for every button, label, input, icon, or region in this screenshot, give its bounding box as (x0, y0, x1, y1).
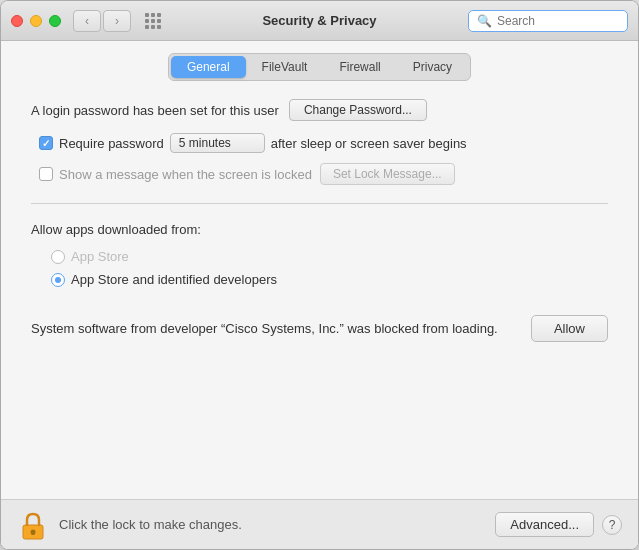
search-box[interactable]: 🔍 (468, 10, 628, 32)
bottom-bar: Click the lock to make changes. Advanced… (1, 499, 638, 549)
nav-buttons: ‹ › (73, 10, 131, 32)
radio-inner-dot (55, 277, 61, 283)
search-input[interactable] (497, 14, 619, 28)
back-button[interactable]: ‹ (73, 10, 101, 32)
forward-button[interactable]: › (103, 10, 131, 32)
tab-filevault[interactable]: FileVault (246, 56, 324, 78)
show-message-label: Show a message when the screen is locked (59, 167, 312, 182)
radio-app-store-label: App Store (71, 249, 129, 264)
radio-app-store-row: App Store (51, 249, 608, 264)
password-time-dropdown[interactable]: 5 minutes immediately 5 seconds 1 minute… (170, 133, 265, 153)
change-password-button[interactable]: Change Password... (289, 99, 427, 121)
login-password-text: A login password has been set for this u… (31, 103, 279, 118)
tabs-bar: General FileVault Firewall Privacy (1, 41, 638, 89)
grid-button[interactable] (139, 10, 167, 32)
main-window: ‹ › Security & Privacy 🔍 General FileVau… (0, 0, 639, 550)
tab-group: General FileVault Firewall Privacy (168, 53, 471, 81)
after-sleep-text: after sleep or screen saver begins (271, 136, 467, 151)
cisco-blocked-section: System software from developer “Cisco Sy… (31, 315, 608, 342)
click-lock-text: Click the lock to make changes. (59, 517, 495, 532)
tab-privacy[interactable]: Privacy (397, 56, 468, 78)
show-message-checkbox[interactable] (39, 167, 53, 181)
lock-icon (17, 509, 49, 541)
radio-group: App Store App Store and identified devel… (51, 249, 608, 287)
close-button[interactable] (11, 15, 23, 27)
radio-app-store[interactable] (51, 250, 65, 264)
cisco-blocked-text: System software from developer “Cisco Sy… (31, 319, 515, 339)
tab-firewall[interactable]: Firewall (323, 56, 396, 78)
grid-icon (145, 13, 161, 29)
set-lock-message-button[interactable]: Set Lock Message... (320, 163, 455, 185)
traffic-lights (11, 15, 61, 27)
tab-general[interactable]: General (171, 56, 246, 78)
advanced-button[interactable]: Advanced... (495, 512, 594, 537)
section-divider (31, 203, 608, 204)
allow-button[interactable]: Allow (531, 315, 608, 342)
radio-identified-row: App Store and identified developers (51, 272, 608, 287)
titlebar: ‹ › Security & Privacy 🔍 (1, 1, 638, 41)
password-dropdown-wrapper: 5 minutes immediately 5 seconds 1 minute… (170, 133, 265, 153)
require-password-checkbox[interactable] (39, 136, 53, 150)
maximize-button[interactable] (49, 15, 61, 27)
radio-app-store-identified[interactable] (51, 273, 65, 287)
window-title: Security & Privacy (262, 13, 376, 28)
radio-app-store-identified-label: App Store and identified developers (71, 272, 277, 287)
allow-apps-title: Allow apps downloaded from: (31, 222, 608, 237)
content-area: A login password has been set for this u… (1, 89, 638, 499)
search-icon: 🔍 (477, 14, 492, 28)
svg-rect-2 (32, 532, 35, 535)
show-message-row: Show a message when the screen is locked… (39, 163, 608, 185)
help-button[interactable]: ? (602, 515, 622, 535)
login-password-row: A login password has been set for this u… (31, 99, 608, 121)
require-password-label: Require password (59, 136, 164, 151)
lock-icon-container[interactable] (17, 509, 49, 541)
minimize-button[interactable] (30, 15, 42, 27)
require-password-row: Require password 5 minutes immediately 5… (39, 133, 608, 153)
